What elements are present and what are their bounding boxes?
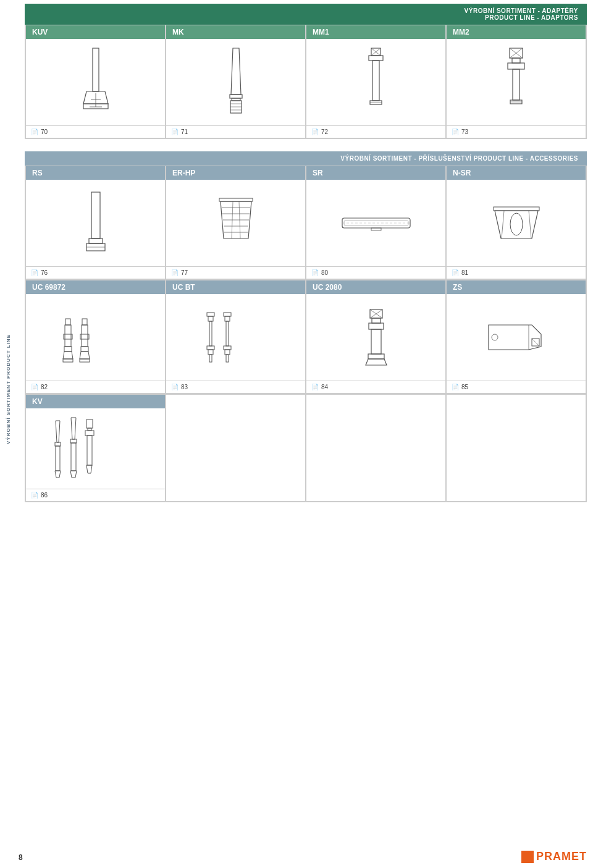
- product-er-hp-page: 📄 77: [166, 266, 305, 279]
- product-uc2080-page: 📄 84: [306, 381, 445, 393]
- product-zs-page: 📄 85: [447, 381, 586, 393]
- product-kuv: KUV 📄 70: [25, 25, 166, 138]
- svg-rect-25: [513, 69, 519, 100]
- svg-rect-44: [371, 228, 381, 230]
- svg-rect-62: [207, 313, 214, 316]
- svg-point-48: [510, 213, 523, 235]
- svg-rect-29: [89, 238, 103, 243]
- svg-rect-28: [91, 192, 100, 238]
- product-rs: RS 📄 76: [25, 166, 166, 279]
- product-sr-image: [306, 180, 445, 266]
- product-n-sr-label: N-SR: [447, 166, 586, 180]
- svg-rect-24: [508, 63, 524, 69]
- svg-rect-77: [372, 318, 381, 323]
- accessories-section: VÝROBNÍ SORTIMENT - PŘÍSLUŠENSTVÍ PRODUC…: [25, 151, 587, 502]
- svg-marker-60: [80, 352, 90, 359]
- svg-rect-96: [86, 419, 93, 428]
- empty-cell-2: [306, 394, 446, 502]
- svg-rect-79: [371, 329, 381, 354]
- svg-rect-94: [71, 443, 76, 471]
- product-zs-image: [447, 294, 586, 381]
- product-er-hp-label: ER-HP: [166, 166, 305, 180]
- svg-rect-23: [512, 58, 520, 63]
- product-uc69872-label: UC 69872: [26, 280, 165, 294]
- svg-rect-65: [207, 346, 214, 350]
- product-sr: SR 📄 80: [306, 166, 446, 279]
- page-icon: 📄: [452, 269, 459, 276]
- page-icon: 📄: [31, 269, 38, 276]
- product-mm2-label: MM2: [447, 25, 586, 39]
- svg-rect-56: [82, 325, 88, 347]
- page-icon: 📄: [31, 492, 38, 499]
- page-icon: 📄: [452, 384, 459, 390]
- product-uc2080: UC 2080 📄 84: [306, 280, 446, 394]
- svg-rect-50: [65, 325, 71, 347]
- product-rs-label: RS: [26, 166, 165, 180]
- svg-marker-54: [63, 352, 73, 359]
- svg-marker-91: [55, 471, 61, 478]
- product-er-hp: ER-HP: [166, 166, 306, 279]
- svg-marker-81: [366, 359, 387, 365]
- page-number: 8: [19, 853, 23, 862]
- product-er-hp-image: [166, 180, 305, 266]
- product-kuv-image: [26, 39, 165, 125]
- svg-rect-72: [225, 350, 230, 355]
- product-uc2080-image: [306, 294, 445, 381]
- product-uc69872-page: 📄 82: [26, 381, 165, 393]
- product-uc69872-image: [26, 294, 165, 381]
- product-mk-label: MK: [166, 25, 305, 39]
- accessories-header: VÝROBNÍ SORTIMENT - PŘÍSLUŠENSTVÍ PRODUC…: [25, 151, 587, 166]
- svg-line-86: [532, 339, 539, 346]
- product-n-sr-image: [447, 180, 586, 266]
- svg-rect-70: [226, 321, 229, 346]
- product-kv: KV: [25, 394, 166, 502]
- svg-rect-61: [80, 359, 90, 362]
- product-rs-image: [26, 180, 165, 266]
- accessories-header-line2: PRODUCT LINE - ACCESSORIES: [474, 155, 578, 162]
- product-ucbt-label: UC BT: [166, 280, 305, 294]
- product-sr-label: SR: [306, 166, 445, 180]
- svg-rect-93: [70, 439, 77, 443]
- svg-marker-101: [523, 852, 532, 862]
- page-icon: 📄: [171, 384, 179, 390]
- product-uc69872: UC 69872: [25, 280, 166, 394]
- svg-rect-55: [63, 359, 73, 362]
- svg-line-47: [529, 211, 531, 238]
- pramet-logo-icon: [521, 851, 534, 863]
- adaptors-grid: KUV 📄 70: [25, 25, 587, 139]
- svg-rect-53: [64, 347, 72, 352]
- product-ucbt: UC BT: [166, 280, 306, 394]
- product-kv-label: KV: [26, 395, 165, 408]
- product-mm1-page: 📄 72: [306, 125, 445, 138]
- pramet-logo: PRAMET: [521, 850, 587, 863]
- page-icon: 📄: [31, 129, 38, 135]
- product-mk: MK 📄 71: [166, 25, 306, 138]
- svg-marker-6: [231, 48, 241, 95]
- svg-line-84: [532, 325, 541, 334]
- empty-cell-1: [166, 394, 306, 502]
- product-mm1: MM1 📄 72: [306, 25, 446, 138]
- svg-rect-0: [93, 48, 99, 91]
- product-mm2-page: 📄 73: [447, 125, 586, 138]
- product-sr-page: 📄 80: [306, 266, 445, 279]
- svg-marker-92: [71, 418, 76, 439]
- product-mk-image: [166, 39, 305, 125]
- product-mm2: MM2 📄 73: [446, 25, 586, 138]
- accessories-header-line1: VÝROBNÍ SORTIMENT - PŘÍSLUŠENSTVÍ: [340, 155, 471, 162]
- page-icon: 📄: [311, 269, 319, 276]
- adaptors-header: VÝROBNÍ SORTIMENT - ADAPTÉRY PRODUCT LIN…: [25, 4, 587, 25]
- svg-rect-49: [494, 207, 539, 211]
- accessories-grid-1: RS 📄 76 ER-HP: [25, 166, 587, 280]
- product-mm1-label: MM1: [306, 25, 445, 39]
- adaptors-header-line2: PRODUCT LINE - ADAPTORS: [33, 14, 578, 21]
- product-mk-page: 📄 71: [166, 125, 305, 138]
- product-ucbt-image: [166, 294, 305, 381]
- page-icon: 📄: [171, 269, 179, 276]
- svg-rect-52: [65, 319, 70, 325]
- svg-rect-8: [232, 98, 240, 101]
- product-uc2080-label: UC 2080: [306, 280, 445, 294]
- svg-rect-99: [87, 436, 92, 465]
- svg-marker-45: [495, 211, 538, 238]
- svg-point-87: [492, 334, 498, 340]
- svg-rect-89: [55, 442, 61, 446]
